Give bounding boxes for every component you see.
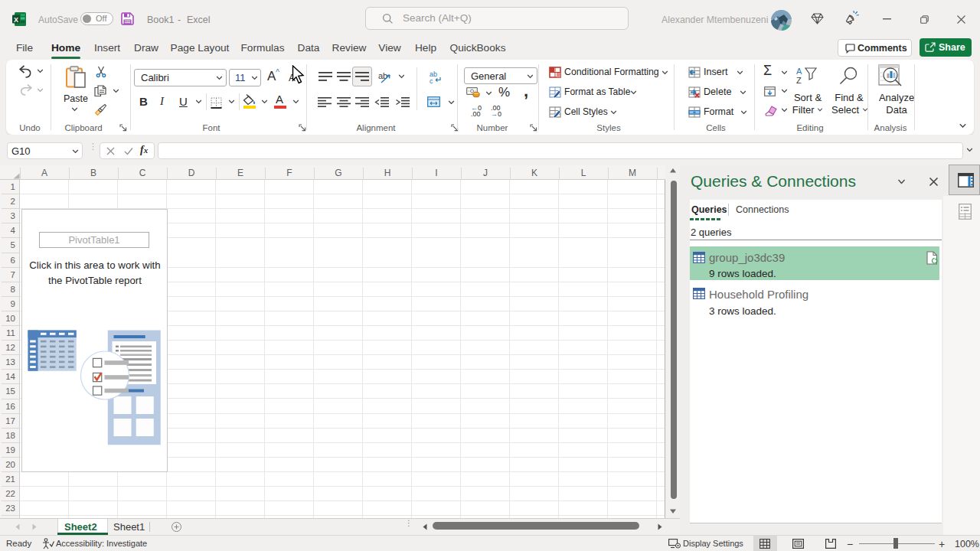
svg-text:X: X [14, 16, 18, 24]
svg-text:A: A [796, 67, 802, 76]
svg-text:ab: ab [378, 71, 387, 80]
svg-text:Z: Z [796, 76, 802, 85]
svg-text:c: c [430, 77, 433, 84]
